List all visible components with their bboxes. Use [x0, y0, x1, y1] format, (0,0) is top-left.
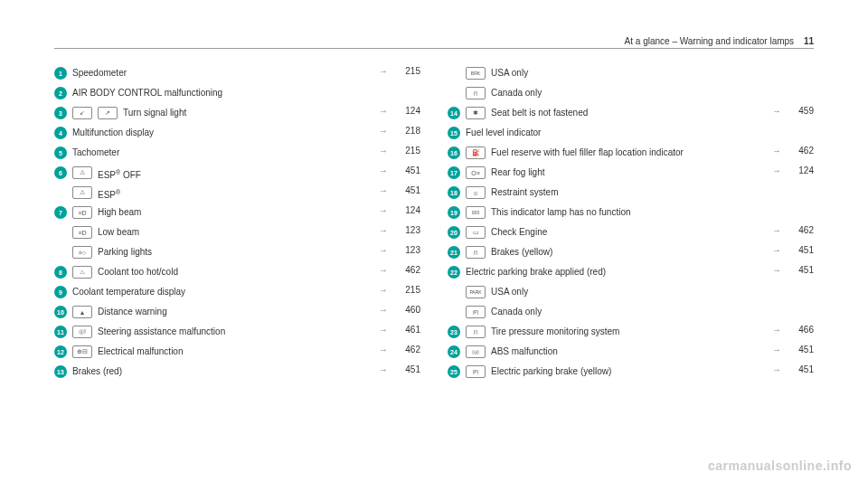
item-number-badge: 25 — [448, 365, 460, 378]
item-label: Canada only — [491, 86, 763, 99]
indicator-icon: (!) — [466, 326, 486, 338]
page-ref-arrow: → — [769, 225, 781, 235]
item-label: Seat belt is not fastened — [491, 106, 763, 119]
item-label: Speedometer — [72, 66, 370, 80]
list-item: ≡○Parking lights→123 — [54, 244, 420, 264]
page-ref: 451 — [787, 245, 814, 255]
list-item: 21(!)Brakes (yellow)→451 — [448, 244, 814, 264]
list-item: 23(!)Tire pressure monitoring system→466 — [448, 324, 814, 344]
item-number-badge: 5 — [54, 146, 67, 159]
indicator-icon: (◎) — [466, 345, 486, 358]
page-ref-arrow: → — [375, 146, 388, 156]
item-number-badge: 23 — [448, 326, 460, 338]
indicator-icon: (P) — [466, 365, 486, 378]
indicator-icon: ▭ — [466, 226, 486, 239]
item-number-badge — [54, 246, 67, 259]
item-label: Fuel reserve with fuel filler flap locat… — [491, 146, 763, 159]
item-label: USA only — [491, 285, 763, 298]
item-number-badge: 13 — [54, 365, 67, 378]
page-ref-arrow: → — [769, 325, 781, 335]
page-ref-arrow: → — [375, 225, 388, 235]
left-column: 1Speedometer→2152AIR BODY CONTROL malfun… — [54, 65, 420, 383]
page-ref: 451 — [393, 185, 420, 195]
indicator-icon: ▲ — [72, 306, 92, 318]
right-column: BRKUSA only(!)Canada only14✱Seat belt is… — [448, 65, 814, 383]
list-item: 20▭Check Engine→462 — [448, 224, 814, 244]
page-ref-arrow: → — [375, 185, 388, 195]
page-ref-arrow: → — [375, 285, 388, 295]
item-label: Tire pressure monitoring system — [491, 325, 763, 338]
indicator-icon: (P) — [466, 306, 486, 318]
indicator-icon: ≡D — [72, 206, 92, 219]
page-ref: 461 — [393, 325, 420, 335]
page-ref-arrow: → — [769, 165, 781, 175]
list-item: 12⊕⊟Electrical malfunction→462 — [54, 344, 420, 364]
item-number-badge: 22 — [448, 266, 460, 279]
item-label: AIR BODY CONTROL malfunctioning — [72, 86, 370, 99]
item-label: Coolant too hot/cold — [98, 265, 370, 279]
item-number-badge: 24 — [448, 345, 460, 358]
item-label: USA only — [491, 66, 763, 80]
header-page-number: 11 — [804, 36, 814, 46]
page-ref-arrow: → — [769, 146, 781, 156]
item-label: Brakes (red) — [72, 364, 370, 378]
indicator-icon: ≡○ — [72, 246, 92, 259]
item-number-badge: 3 — [54, 107, 67, 119]
page-ref-arrow: → — [769, 265, 781, 275]
item-label: ESP® OFF — [98, 165, 370, 182]
page-ref: 451 — [787, 345, 814, 354]
item-label: Electrical malfunction — [98, 345, 370, 358]
page-header: At a glance – Warning and indicator lamp… — [54, 36, 814, 49]
item-number-badge: 8 — [54, 266, 67, 279]
item-number-badge: 11 — [54, 326, 67, 338]
item-number-badge — [54, 226, 67, 239]
item-label: Fuel level indicator — [466, 126, 763, 139]
page-ref: 460 — [393, 305, 420, 315]
item-number-badge — [54, 186, 67, 199]
indicator-icon: ⚠ — [72, 186, 92, 199]
indicator-icon: (!) — [466, 87, 486, 99]
list-item: 18☺Restraint system — [448, 184, 814, 204]
item-label: Parking lights — [98, 245, 370, 259]
indicator-icon: ⚠ — [72, 166, 92, 179]
page-ref: 462 — [787, 225, 814, 235]
list-item: 2AIR BODY CONTROL malfunctioning — [54, 85, 420, 105]
page-ref-arrow: → — [375, 66, 388, 76]
item-number-badge: 10 — [54, 306, 67, 318]
indicator-icon: ♨ — [72, 266, 92, 279]
item-number-badge: 7 — [54, 206, 67, 219]
page-ref-arrow: → — [769, 245, 781, 255]
list-item: 17O≡Rear fog light→124 — [448, 165, 814, 184]
page-ref-arrow: → — [769, 345, 781, 354]
indicator-icon: 000 — [466, 206, 486, 219]
item-label: Distance warning — [98, 305, 370, 318]
item-number-badge — [448, 306, 460, 318]
list-item: 9Coolant temperature display→215 — [54, 284, 420, 304]
item-number-badge — [448, 286, 460, 298]
page-ref: 462 — [393, 265, 420, 275]
item-number-badge — [448, 87, 460, 99]
list-item: 3↙↗Turn signal light→124 — [54, 105, 420, 125]
list-item: 24(◎)ABS malfunction→451 — [448, 344, 814, 364]
page-ref: 215 — [393, 146, 420, 156]
page-ref-arrow: → — [375, 305, 388, 315]
page-ref-arrow: → — [375, 205, 388, 215]
item-label: Steering assistance malfunction — [98, 325, 370, 338]
item-label: Tachometer — [72, 146, 370, 159]
item-label: Electric parking brake (yellow) — [491, 364, 763, 378]
item-number-badge: 2 — [54, 87, 67, 99]
indicator-icon: ⛽ — [466, 146, 486, 159]
list-item: 7≡DHigh beam→124 — [54, 204, 420, 224]
item-label: Rear fog light — [491, 165, 763, 179]
item-number-badge: 21 — [448, 246, 460, 259]
header-title: At a glance – Warning and indicator lamp… — [625, 36, 795, 46]
indicator-icon: ↗ — [98, 107, 118, 119]
page-ref-arrow: → — [375, 265, 388, 275]
page-ref-arrow: → — [375, 106, 388, 116]
list-item: (P)Canada only — [448, 304, 814, 324]
item-label: ESP® — [98, 185, 370, 202]
list-item: 6⚠ESP® OFF→451 — [54, 165, 420, 184]
item-label: This indicator lamp has no function — [491, 205, 763, 219]
list-item: (!)Canada only — [448, 85, 814, 105]
item-number-badge — [448, 67, 460, 80]
